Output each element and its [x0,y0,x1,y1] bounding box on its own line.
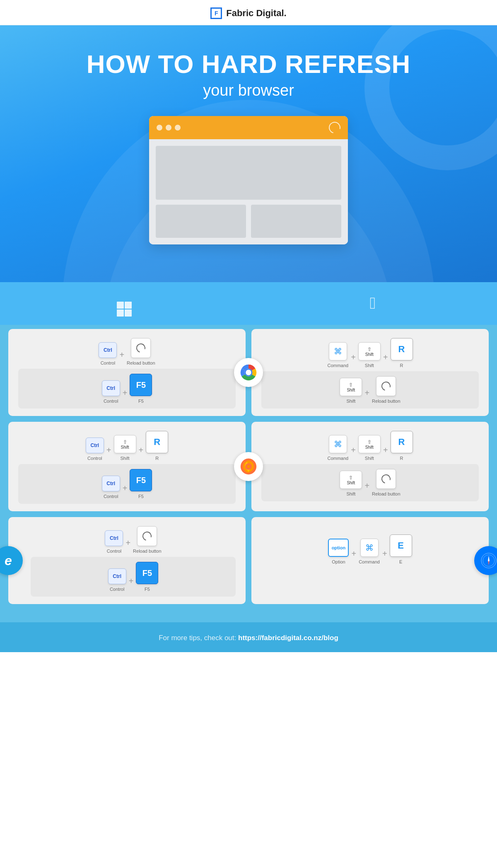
ff-plus-2: + [139,446,144,454]
ff-mac-shortcut1: ⌘ Command + ⇧ Shift Shift + R R [261,431,479,461]
safari-e-label: E [399,559,402,564]
chrome-win-shortcut2: Ctrl Control + F5 F5 [18,369,236,409]
ctrl-label: Control [101,360,115,365]
ie-plus-2: + [129,577,134,585]
hero-title-line1: HOW TO HARD REFRESH [0,50,497,78]
ff-shift-key2: ⇧ Shift [358,435,381,453]
ctrl-key-group2: Ctrl Control [102,380,120,404]
ff-reload-label: Reload button [372,491,400,496]
plus-2: + [123,389,128,397]
ff-shift-key-group3: ⇧ Shift Shift [340,471,362,496]
f5-key-group: F5 F5 [130,374,152,404]
ff-cmd-label: Command [327,456,348,461]
plus-3: + [351,353,356,361]
apple-icon:  [370,294,376,312]
ff-plus-3: + [123,484,128,492]
ff-f5-label: F5 [138,494,144,499]
chrome-mac-panel: ⌘ Command + ⇧ Shift Shift + R R [251,329,489,416]
logo: F Fabric Digital. [210,7,286,19]
firefox-mac-panel: ⌘ Command + ⇧ Shift Shift + R R [251,422,489,511]
ie-plus-1: + [125,539,130,547]
ctrl-key: Ctrl [99,342,117,358]
ie-ctrl-label2: Control [110,587,124,592]
browser-dot-3 [175,125,181,131]
safari-plus-1: + [351,549,356,558]
r-key-group: R R [391,338,413,368]
footer: For more tips, check out: https://fabric… [0,622,497,652]
ie-reload-icon [141,530,153,542]
safari-e-key-group: E E [390,534,412,564]
logo-text: Fabric Digital. [226,8,286,19]
r-label: R [400,363,403,368]
browser-dot-1 [157,125,162,131]
chrome-mac-shortcut1: ⌘ Command + ⇧ Shift Shift + R R [261,338,479,368]
ff-reload-key-group: Reload button [372,469,400,496]
browser-content-col-1 [156,205,246,238]
ie-ctrl-key-group2: Ctrl Control [108,568,126,592]
mac-icon-cell:  [248,290,497,317]
safari-e-key: E [390,534,412,557]
ff-cmd-key: ⌘ [329,435,347,453]
browser-refresh-icon [327,120,343,135]
cmd-key: ⌘ [329,342,347,360]
ie-safari-row: e Ctrl Control + Reload button Ctrl [8,517,489,604]
ff-plus-6: + [364,481,369,490]
reload-key-group: Reload button [127,338,155,365]
content-area: Ctrl Control + Reload button Ctrl Contro… [0,325,497,622]
safari-cmd-key-group: ⌘ Command [359,539,380,564]
reload-icon [135,342,147,354]
firefox-windows-panel: Ctrl Control + ⇧ Shift Shift + R R [8,422,246,511]
footer-text: For more tips, check out: [159,634,236,642]
cmd-label: Command [327,363,348,368]
svg-point-4 [246,370,251,375]
browser-titlebar [149,116,348,139]
ff-ctrl-label: Control [87,456,102,461]
f5-label: F5 [138,399,144,404]
ff-f5-key-group: F5 F5 [130,469,152,499]
ie-reload-label: Reload button [133,549,162,554]
reload-key-group2: Reload button [372,376,400,404]
chrome-mac-shortcut2: ⇧ Shift Shift + Reload button [261,371,479,409]
browser-dot-2 [166,125,171,131]
chrome-windows-panel: Ctrl Control + Reload button Ctrl Contro… [8,329,246,416]
option-label: Option [332,559,345,564]
ie-ctrl-key2: Ctrl [108,568,126,584]
ctrl-key2: Ctrl [102,380,120,396]
ff-ctrl-key-group: Ctrl Control [86,438,104,461]
ie-panel: e Ctrl Control + Reload button Ctrl [8,517,246,604]
chrome-row: Ctrl Control + Reload button Ctrl Contro… [8,329,489,416]
f5-key: F5 [130,374,152,396]
browser-dots [157,125,181,131]
svg-point-14 [488,560,490,561]
shift-key-group: ⇧ Shift Shift [358,342,381,368]
plus-5: + [364,389,369,397]
ctrl-key-group: Ctrl Control [99,342,117,365]
plus-4: + [383,353,388,361]
shift-arrow: ⇧ [367,346,372,352]
chrome-icon [239,363,258,382]
ff-reload-icon [380,473,392,485]
ff-plus-1: + [106,446,111,454]
ff-shift-label3: Shift [346,491,355,496]
chrome-win-shortcut1: Ctrl Control + Reload button [18,338,236,365]
safari-mac-shortcut1: option Option + ⌘ Command + E E [261,534,479,564]
ie-win-shortcut1: Ctrl Control + Reload button [31,526,236,554]
reload-key2 [376,376,396,396]
windows-icon-cell [0,290,248,317]
firefox-logo-center [234,452,263,481]
browser-content-main [156,146,341,200]
ctrl-label2: Control [104,399,118,404]
ff-ctrl-key-group2: Ctrl Control [102,476,120,499]
safari-cmd-label: Command [359,559,380,564]
safari-plus-2: + [382,549,387,558]
ff-ctrl-key2: Ctrl [102,476,120,491]
ff-r-label2: R [400,456,403,461]
ff-r-key-group2: R R [391,431,413,461]
ff-r-key2: R [391,431,413,453]
footer-link[interactable]: https://fabricdigital.co.nz/blog [238,634,338,642]
ff-cmd-key-group: ⌘ Command [327,435,348,461]
ie-ctrl-key-group: Ctrl Control [105,530,123,554]
ff-shift-key-group: ⇧ Shift Shift [114,435,136,461]
windows-icon [117,302,132,317]
ff-r-key-group: R R [146,431,168,461]
